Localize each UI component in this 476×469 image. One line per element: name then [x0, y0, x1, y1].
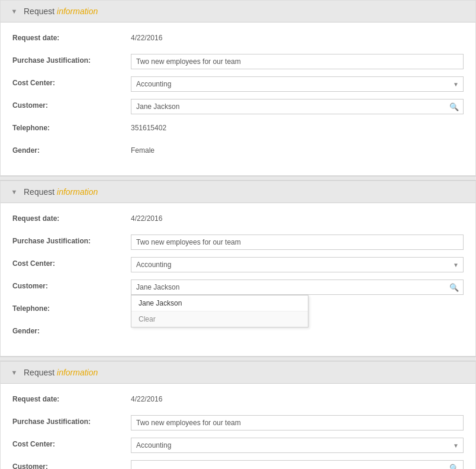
request-date-row-3: Request date: 4/22/2016: [12, 393, 464, 408]
section-3-title-prefix: Request: [24, 368, 57, 377]
cost-center-select-2[interactable]: Accounting Finance HR IT: [131, 257, 464, 272]
dropdown-clear-button[interactable]: Clear: [131, 311, 308, 327]
telephone-value-1: 351615402: [131, 121, 464, 132]
section-1-header[interactable]: ▼ Request information: [1, 1, 475, 23]
purchase-justification-row-3: Purchase Justification:: [12, 415, 464, 431]
purchase-justification-row-2: Purchase Justification:: [12, 234, 464, 250]
cost-center-label-3: Cost Center:: [12, 438, 131, 448]
cost-center-select-1[interactable]: Accounting Finance HR IT: [131, 76, 464, 92]
purchase-justification-input-3: [131, 415, 464, 431]
section-1-body: Request date: 4/22/2016 Purchase Justifi…: [1, 23, 475, 175]
purchase-justification-row-1: Purchase Justification:: [12, 54, 464, 69]
gender-row-1: Gender: Female: [12, 144, 464, 159]
dropdown-item-jane-jackson[interactable]: Jane Jackson: [131, 295, 308, 311]
cost-center-label-2: Cost Center:: [12, 257, 131, 268]
customer-search-field-1[interactable]: [131, 99, 464, 114]
cost-center-wrapper-2: Accounting Finance HR IT ▼: [131, 257, 464, 272]
section-1-title: Request information: [24, 7, 98, 16]
cost-center-row-3: Cost Center: Accounting Finance HR IT ▼: [12, 438, 464, 453]
cost-center-select-3[interactable]: Accounting Finance HR IT: [131, 438, 464, 453]
purchase-justification-label-2: Purchase Justification:: [12, 234, 131, 245]
telephone-label-2: Telephone:: [12, 302, 131, 313]
cost-center-wrapper-1: Accounting Finance HR IT ▼: [131, 76, 464, 92]
request-date-value-1: 4/22/2016: [131, 31, 464, 42]
customer-row-2: Customer: 🔍 Jane Jackson Clear: [12, 280, 464, 295]
section-2-body: Request date: 4/22/2016 Purchase Justifi…: [1, 203, 475, 356]
telephone-label-1: Telephone:: [12, 121, 131, 132]
purchase-justification-field-3[interactable]: [131, 415, 464, 431]
cost-center-row-1: Cost Center: Accounting Finance HR IT ▼: [12, 76, 464, 92]
chevron-down-icon: ▼: [9, 7, 19, 16]
section-3-title-highlight: information: [57, 368, 98, 377]
cost-center-row-2: Cost Center: Accounting Finance HR IT ▼: [12, 257, 464, 272]
purchase-justification-field-2[interactable]: [131, 234, 464, 250]
section-2-title-prefix: Request: [24, 187, 57, 197]
purchase-justification-input-2: [131, 234, 464, 250]
request-date-row-1: Request date: 4/22/2016: [12, 31, 464, 47]
customer-label-3: Customer:: [12, 460, 131, 469]
request-date-label-1: Request date:: [12, 31, 131, 42]
section-2-title-highlight: information: [57, 187, 98, 197]
customer-search-field-3[interactable]: [131, 460, 464, 469]
purchase-justification-input-1: [131, 54, 464, 69]
section-1: ▼ Request information Request date: 4/22…: [0, 0, 476, 176]
customer-search-field-2[interactable]: [131, 280, 464, 295]
request-date-value-3: 4/22/2016: [131, 393, 464, 403]
customer-label-1: Customer:: [12, 99, 131, 110]
customer-search-wrapper-3: 🔍: [131, 460, 464, 469]
gender-value-1: Female: [131, 144, 464, 155]
customer-search-wrapper-2: 🔍 Jane Jackson Clear: [131, 280, 464, 295]
purchase-justification-field-1[interactable]: [131, 54, 464, 69]
gender-label-1: Gender:: [12, 144, 131, 155]
divider-1: [0, 176, 476, 181]
chevron-down-icon-2: ▼: [9, 187, 19, 197]
purchase-justification-label-1: Purchase Justification:: [12, 54, 131, 65]
customer-row-1: Customer: 🔍: [12, 99, 464, 114]
request-date-row-2: Request date: 4/22/2016: [12, 212, 464, 227]
customer-row-3: Customer: 🔍: [12, 460, 464, 469]
purchase-justification-label-3: Purchase Justification:: [12, 415, 131, 426]
section-2: ▼ Request information Request date: 4/22…: [0, 181, 476, 356]
cost-center-label-1: Cost Center:: [12, 76, 131, 87]
section-3-header[interactable]: ▼ Request information: [1, 362, 475, 384]
page-wrapper: ▼ Request information Request date: 4/22…: [0, 0, 476, 469]
customer-dropdown-2: Jane Jackson Clear: [131, 295, 308, 327]
customer-search-wrapper-1: 🔍: [131, 99, 464, 114]
section-2-header[interactable]: ▼ Request information: [1, 181, 475, 203]
telephone-row-1: Telephone: 351615402: [12, 121, 464, 137]
section-1-title-highlight: information: [57, 7, 98, 16]
gender-label-2: Gender:: [12, 325, 131, 335]
section-2-title: Request information: [24, 187, 98, 197]
customer-label-2: Customer:: [12, 280, 131, 290]
chevron-down-icon-3: ▼: [9, 368, 19, 377]
cost-center-wrapper-3: Accounting Finance HR IT ▼: [131, 438, 464, 453]
request-date-value-2: 4/22/2016: [131, 212, 464, 223]
request-date-label-3: Request date:: [12, 393, 131, 403]
divider-2: [0, 356, 476, 361]
section-1-title-prefix: Request: [24, 7, 57, 16]
section-3-title: Request information: [24, 368, 98, 377]
section-3-body: Request date: 4/22/2016 Purchase Justifi…: [1, 384, 475, 469]
request-date-label-2: Request date:: [12, 212, 131, 223]
section-3: ▼ Request information Request date: 4/22…: [0, 361, 476, 469]
